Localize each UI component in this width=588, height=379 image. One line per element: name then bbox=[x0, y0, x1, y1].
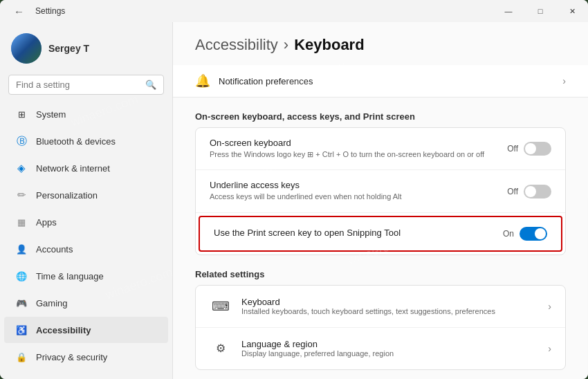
sidebar-item-apps-label: Apps bbox=[36, 217, 57, 228]
sidebar-item-accounts-label: Accounts bbox=[36, 244, 73, 255]
sidebar-item-privacy[interactable]: 🔒 Privacy & security bbox=[4, 344, 168, 370]
related-card: ⌨ Keyboard Installed keyboards, touch ke… bbox=[195, 285, 566, 370]
user-name: Sergey T bbox=[48, 43, 89, 54]
minimize-button[interactable]: — bbox=[493, 0, 524, 22]
avatar bbox=[11, 33, 42, 64]
sidebar-item-accessibility-label: Accessibility bbox=[36, 325, 91, 335]
sidebar-item-system[interactable]: ⊞ System bbox=[4, 101, 168, 127]
onscreen-keyboard-label: On-screen keyboard bbox=[210, 138, 496, 148]
underline-access-text: Underline access keys Access keys will b… bbox=[210, 180, 496, 202]
language-region-chevron-icon: › bbox=[548, 343, 551, 354]
main-content: Accessibility › Keyboard 🔔 Notification … bbox=[173, 22, 588, 379]
sidebar-item-system-label: System bbox=[36, 109, 66, 120]
language-region-related-text: Language & region Display language, pref… bbox=[241, 339, 538, 358]
onscreen-keyboard-text: On-screen keyboard Press the Windows log… bbox=[210, 138, 496, 160]
underline-access-toggle[interactable] bbox=[524, 185, 551, 198]
sidebar-item-personalization-label: Personalization bbox=[36, 190, 98, 201]
titlebar-title: Settings bbox=[35, 6, 65, 16]
onscreen-keyboard-status: Off bbox=[507, 144, 518, 154]
onscreen-keyboard-control: Off bbox=[507, 142, 551, 156]
language-region-related-row[interactable]: ⚙ Language & region Display language, pr… bbox=[196, 328, 565, 369]
language-region-related-icon: ⚙ bbox=[210, 338, 232, 360]
print-screen-control: On bbox=[503, 227, 547, 241]
settings-window: ← Settings — □ ✕ Sergey T 🔍 ⊞ bbox=[0, 0, 588, 379]
personalization-icon: ✏ bbox=[15, 189, 28, 201]
breadcrumb-current: Keyboard bbox=[294, 36, 364, 54]
titlebar-controls: — □ ✕ bbox=[493, 0, 588, 22]
sidebar-item-network[interactable]: ◈ Network & internet bbox=[4, 155, 168, 181]
keyboard-related-text: Keyboard Installed keyboards, touch keyb… bbox=[241, 297, 538, 315]
keyboard-related-desc: Installed keyboards, touch keyboard sett… bbox=[241, 307, 538, 315]
keyboard-related-row[interactable]: ⌨ Keyboard Installed keyboards, touch ke… bbox=[196, 286, 565, 328]
search-icon: 🔍 bbox=[145, 80, 156, 90]
breadcrumb: Accessibility › Keyboard bbox=[195, 36, 566, 54]
sidebar-item-network-label: Network & internet bbox=[36, 163, 110, 174]
underline-access-control: Off bbox=[507, 185, 551, 198]
underline-access-desc: Access keys will be underlined even when… bbox=[210, 192, 496, 202]
bluetooth-icon: Ⓑ bbox=[15, 135, 28, 147]
onscreen-keyboard-toggle-thumb bbox=[525, 143, 536, 154]
accounts-icon: 👤 bbox=[15, 243, 28, 255]
keyboard-chevron-icon: › bbox=[548, 301, 551, 312]
sidebar-item-gaming[interactable]: 🎮 Gaming bbox=[4, 290, 168, 316]
network-icon: ◈ bbox=[15, 162, 28, 174]
related-section: Related settings ⌨ Keyboard Installed ke… bbox=[173, 266, 588, 370]
sidebar-item-gaming-label: Gaming bbox=[36, 298, 68, 308]
sidebar-item-bluetooth[interactable]: Ⓑ Bluetooth & devices bbox=[4, 128, 168, 154]
sidebar-item-personalization[interactable]: ✏ Personalization bbox=[4, 182, 168, 208]
notification-label: Notification preferences bbox=[219, 76, 554, 86]
search-box[interactable]: 🔍 bbox=[8, 75, 164, 95]
gaming-icon: 🎮 bbox=[15, 297, 28, 309]
accessibility-icon: ♿ bbox=[15, 324, 28, 336]
keyboard-related-label: Keyboard bbox=[241, 297, 538, 307]
sidebar-item-accounts[interactable]: 👤 Accounts bbox=[4, 236, 168, 262]
privacy-icon: 🔒 bbox=[15, 351, 28, 363]
underline-access-row: Underline access keys Access keys will b… bbox=[196, 170, 565, 212]
onscreen-keyboard-desc: Press the Windows logo key ⊞ + Ctrl + O … bbox=[210, 149, 496, 160]
underline-access-status: Off bbox=[507, 187, 518, 196]
sidebar-item-time-label: Time & language bbox=[36, 271, 104, 281]
print-screen-toggle[interactable] bbox=[520, 227, 547, 241]
related-section-title: Related settings bbox=[195, 266, 566, 279]
sidebar-item-accessibility[interactable]: ♿ Accessibility bbox=[4, 317, 168, 343]
breadcrumb-separator: › bbox=[284, 36, 288, 54]
print-screen-row: Use the Print screen key to open Snippin… bbox=[199, 216, 562, 252]
onscreen-keyboard-row: On-screen keyboard Press the Windows log… bbox=[196, 128, 565, 170]
maximize-button[interactable]: □ bbox=[524, 0, 556, 22]
sidebar-item-apps[interactable]: ▦ Apps bbox=[4, 209, 168, 235]
notification-chevron-icon: › bbox=[562, 75, 566, 86]
print-screen-toggle-thumb bbox=[535, 228, 546, 239]
back-button[interactable]: ← bbox=[8, 3, 30, 20]
underline-access-toggle-thumb bbox=[525, 186, 536, 197]
language-region-related-label: Language & region bbox=[241, 339, 538, 349]
page-header: Accessibility › Keyboard bbox=[173, 22, 588, 65]
language-region-related-desc: Display language, preferred language, re… bbox=[241, 349, 538, 358]
print-screen-text: Use the Print screen key to open Snippin… bbox=[214, 228, 492, 239]
keyboard-related-icon: ⌨ bbox=[210, 295, 232, 317]
onscreen-section: On-screen keyboard, access keys, and Pri… bbox=[173, 109, 588, 255]
breadcrumb-parent: Accessibility bbox=[195, 36, 278, 54]
apps-icon: ▦ bbox=[15, 216, 28, 228]
time-icon: 🌐 bbox=[15, 270, 28, 282]
user-section: Sergey T bbox=[0, 22, 172, 72]
underline-access-label: Underline access keys bbox=[210, 180, 496, 190]
onscreen-keyboard-toggle[interactable] bbox=[524, 142, 551, 156]
print-screen-status: On bbox=[503, 229, 514, 239]
onscreen-section-title: On-screen keyboard, access keys, and Pri… bbox=[195, 109, 566, 122]
sidebar-item-time[interactable]: 🌐 Time & language bbox=[4, 263, 168, 289]
notification-icon: 🔔 bbox=[195, 73, 210, 89]
content-area: Sergey T 🔍 ⊞ System Ⓑ Bluetooth & device… bbox=[0, 22, 588, 379]
onscreen-settings-card: On-screen keyboard Press the Windows log… bbox=[195, 127, 566, 255]
sidebar-item-windows-update[interactable]: 🔄 Windows Update bbox=[4, 371, 168, 379]
print-screen-label: Use the Print screen key to open Snippin… bbox=[214, 228, 492, 238]
notification-preferences-row[interactable]: 🔔 Notification preferences › bbox=[173, 65, 588, 98]
titlebar: ← Settings — □ ✕ bbox=[0, 0, 588, 22]
system-icon: ⊞ bbox=[15, 108, 28, 120]
sidebar-item-privacy-label: Privacy & security bbox=[36, 352, 107, 362]
close-button[interactable]: ✕ bbox=[556, 0, 588, 22]
sidebar-nav: ⊞ System Ⓑ Bluetooth & devices ◈ Network… bbox=[0, 100, 172, 379]
titlebar-left: ← Settings bbox=[8, 3, 65, 20]
sidebar: Sergey T 🔍 ⊞ System Ⓑ Bluetooth & device… bbox=[0, 22, 173, 379]
search-input[interactable] bbox=[16, 80, 140, 90]
sidebar-item-bluetooth-label: Bluetooth & devices bbox=[36, 136, 116, 147]
